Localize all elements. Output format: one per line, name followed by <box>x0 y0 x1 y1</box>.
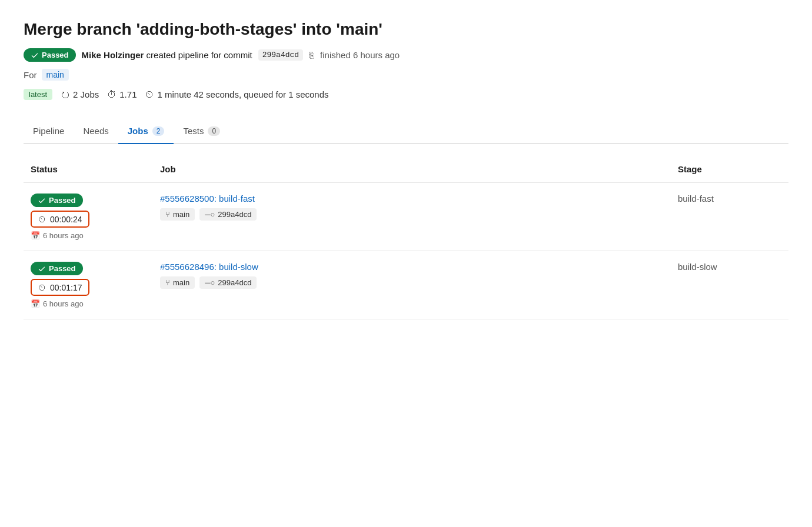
row2-branch-icon: ⑂ <box>165 278 170 287</box>
row1-job-tags: ⑂ main ─○ 299a4dcd <box>160 208 664 221</box>
ratio-stat: ⏱ 1.71 <box>107 89 137 100</box>
row1-passed-badge: Passed <box>31 194 83 207</box>
row1-branch-tag: ⑂ main <box>160 208 195 221</box>
tabs: Pipeline Needs Jobs 2 Tests 0 <box>24 119 788 144</box>
duration-stat: ⏲ 1 minute 42 seconds, queued for 1 seco… <box>145 89 328 100</box>
row2-duration: 00:01:17 <box>50 283 82 292</box>
row2-check-icon <box>38 265 46 273</box>
latest-badge: latest <box>24 89 52 100</box>
passed-badge: Passed <box>24 48 76 62</box>
row1-clock-icon: ⏲ <box>38 214 46 224</box>
passed-label: Passed <box>42 51 69 59</box>
tab-tests-badge: 0 <box>208 126 220 136</box>
tab-needs-label: Needs <box>83 126 108 136</box>
col-header-job: Job <box>153 158 671 183</box>
check-icon <box>31 51 39 59</box>
row2-commit-icon: ─○ <box>205 278 215 287</box>
copy-icon[interactable]: ⎘ <box>309 50 314 60</box>
row1-commit-icon: ─○ <box>205 210 215 219</box>
job-cell-2: #5556628496: build-slow ⑂ main ─○ 299a4d… <box>153 251 671 319</box>
stage-cell-1: build-fast <box>671 183 788 251</box>
row1-duration-box: ⏲ 00:00:24 <box>31 211 89 228</box>
col-header-stage: Stage <box>671 158 788 183</box>
row1-check-icon <box>38 196 46 205</box>
row2-stage: build-slow <box>678 262 717 272</box>
row2-duration-box: ⏲ 00:01:17 <box>31 279 89 296</box>
finished-text: finished 6 hours ago <box>320 50 400 60</box>
for-label: For <box>24 70 37 80</box>
row2-job-link[interactable]: #5556628496: build-slow <box>160 262 258 272</box>
branch-link[interactable]: main <box>42 69 69 81</box>
row2-job-tags: ⑂ main ─○ 299a4dcd <box>160 276 664 289</box>
page-title: Merge branch 'adding-both-stages' into '… <box>24 19 788 40</box>
row2-status-label: Passed <box>49 264 76 273</box>
row1-calendar-icon: 📅 <box>31 231 40 240</box>
tab-jobs-badge: 2 <box>152 126 165 136</box>
row1-time-ago: 📅 6 hours ago <box>31 231 146 240</box>
tab-jobs-label: Jobs <box>128 126 148 136</box>
tab-pipeline[interactable]: Pipeline <box>24 119 74 144</box>
row2-passed-badge: Passed <box>31 262 83 275</box>
jobs-count: ⭮ 2 Jobs <box>61 89 99 100</box>
ratio-icon: ⏱ <box>107 89 117 100</box>
col-header-status: Status <box>24 158 153 183</box>
tab-pipeline-label: Pipeline <box>33 126 64 136</box>
duration-icon: ⏲ <box>145 89 154 100</box>
row1-commit-tag: ─○ 299a4dcd <box>199 208 257 221</box>
status-cell-2: Passed ⏲ 00:01:17 📅 6 hours ago <box>24 251 153 319</box>
row1-job-link[interactable]: #5556628500: build-fast <box>160 194 255 204</box>
row1-duration: 00:00:24 <box>50 215 82 224</box>
row2-branch-tag: ⑂ main <box>160 276 195 289</box>
tab-needs[interactable]: Needs <box>74 119 118 144</box>
stage-cell-2: build-slow <box>671 251 788 319</box>
table-row: Passed ⏲ 00:01:17 📅 6 hours ago #5556628… <box>24 251 788 319</box>
row2-time-ago: 📅 6 hours ago <box>31 299 146 308</box>
status-cell-1: Passed ⏲ 00:00:24 📅 6 hours ago <box>24 183 153 251</box>
commit-hash[interactable]: 299a4dcd <box>258 49 303 61</box>
tab-tests[interactable]: Tests 0 <box>174 119 229 144</box>
row2-commit-tag: ─○ 299a4dcd <box>199 276 257 289</box>
jobs-icon: ⭮ <box>61 89 70 100</box>
tab-jobs[interactable]: Jobs 2 <box>118 119 174 144</box>
row1-stage: build-fast <box>678 194 714 204</box>
for-branch-row: For main <box>24 69 788 81</box>
tab-tests-label: Tests <box>183 126 204 136</box>
row2-calendar-icon: 📅 <box>31 299 40 308</box>
table-header-row: Status Job Stage <box>24 158 788 183</box>
pipeline-meta: Passed Mike Holzinger created pipeline f… <box>24 48 788 62</box>
author-text: Mike Holzinger created pipeline for comm… <box>82 50 252 60</box>
jobs-table: Status Job Stage Passed <box>24 158 788 319</box>
row1-branch-icon: ⑂ <box>165 210 170 219</box>
row2-clock-icon: ⏲ <box>38 282 46 292</box>
job-cell-1: #5556628500: build-fast ⑂ main ─○ 299a4d… <box>153 183 671 251</box>
table-row: Passed ⏲ 00:00:24 📅 6 hours ago #5556628… <box>24 183 788 251</box>
row1-status-label: Passed <box>49 196 76 205</box>
pipeline-stats: latest ⭮ 2 Jobs ⏱ 1.71 ⏲ 1 minute 42 sec… <box>24 89 788 100</box>
